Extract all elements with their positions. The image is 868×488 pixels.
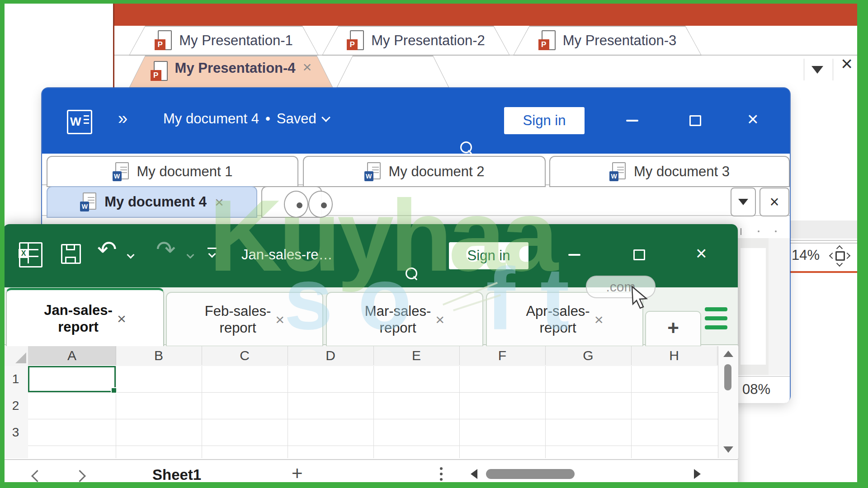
tab-label: Apr-sales-report xyxy=(526,303,590,336)
hamburger-menu-icon[interactable] xyxy=(705,307,727,333)
tab-label: Jan-sales-report xyxy=(44,302,113,335)
column-header-F[interactable]: F xyxy=(459,346,546,365)
powerpoint-close-icon[interactable]: × xyxy=(835,52,858,75)
column-header-H[interactable]: H xyxy=(631,346,717,365)
excel-app-icon: X xyxy=(19,242,42,267)
powerpoint-tab-presentation-3[interactable]: P My Presentation-3 xyxy=(513,26,702,56)
powerpoint-empty-tab-stub xyxy=(336,56,449,88)
search-icon[interactable] xyxy=(460,141,472,153)
fill-handle[interactable] xyxy=(111,387,117,394)
excel-tab-feb-sales-report[interactable]: Feb-sales-report × xyxy=(166,292,323,347)
close-tab-icon[interactable]: × xyxy=(275,313,284,326)
fit-to-window-icon[interactable] xyxy=(829,244,850,266)
excel-titlebar: X ↶ ↷ Jan-sales-re… Sign in × xyxy=(3,224,738,287)
redo-dropdown-icon[interactable] xyxy=(187,251,194,259)
powerpoint-tab-presentation-2[interactable]: P My Presentation-2 xyxy=(322,26,510,56)
column-header-D[interactable]: D xyxy=(288,346,374,365)
scroll-up-icon[interactable] xyxy=(723,351,733,357)
maximize-icon[interactable] xyxy=(689,115,701,126)
column-header-G[interactable]: G xyxy=(545,346,632,365)
word-file-icon: W xyxy=(80,192,96,211)
frame-border-bottom xyxy=(0,482,868,488)
scrollbar-thumb[interactable] xyxy=(724,364,731,390)
sign-in-button[interactable]: Sign in xyxy=(449,242,528,269)
tab-label: Feb-sales-report xyxy=(205,303,271,336)
close-icon[interactable]: × xyxy=(747,110,759,129)
excel-tab-mar-sales-report[interactable]: Mar-sales-report × xyxy=(326,292,483,347)
frame-border-right xyxy=(857,0,868,488)
word-tablist-dropdown-button[interactable] xyxy=(731,188,756,216)
close-tab-icon[interactable]: × xyxy=(117,312,126,325)
column-header-B[interactable]: B xyxy=(116,346,202,365)
save-icon[interactable] xyxy=(61,244,81,264)
powerpoint-accent-line xyxy=(790,271,858,273)
search-icon[interactable] xyxy=(406,267,417,279)
word-empty-tab-stub xyxy=(261,186,322,218)
powerpoint-file-icon: P xyxy=(538,30,556,51)
word-file-icon: W xyxy=(609,162,626,181)
add-sheet-icon[interactable]: + xyxy=(292,463,303,484)
word-vertical-scrollbar[interactable] xyxy=(769,238,790,375)
word-document-title[interactable]: My document 4 • Saved xyxy=(163,111,329,127)
close-tab-icon[interactable]: × xyxy=(215,195,224,209)
word-file-icon: W xyxy=(113,162,129,181)
chevron-down-icon[interactable] xyxy=(321,113,330,122)
quick-access-toolbar-icon[interactable] xyxy=(208,248,217,249)
scroll-left-icon[interactable] xyxy=(471,469,477,479)
more-options-icon[interactable] xyxy=(440,467,443,481)
close-tab-icon[interactable]: × xyxy=(435,313,444,326)
word-titlebar: W » My document 4 • Saved Sign in × xyxy=(42,88,790,154)
excel-window: X ↶ ↷ Jan-sales-re… Sign in × Jan-sales-… xyxy=(3,224,738,488)
horizontal-scrollbar-thumb[interactable] xyxy=(486,469,575,479)
powerpoint-tablist-dropdown-icon[interactable] xyxy=(811,66,823,74)
scroll-right-icon[interactable] xyxy=(694,469,701,479)
row-header-1[interactable]: 1 xyxy=(3,366,29,393)
close-tab-icon[interactable]: × xyxy=(594,313,604,326)
redo-icon[interactable]: ↷ xyxy=(156,236,176,263)
word-file-icon: W xyxy=(364,162,381,181)
spreadsheet-grid[interactable] xyxy=(28,366,718,458)
minimize-icon[interactable] xyxy=(626,120,638,122)
excel-tab-jan-sales-report[interactable]: Jan-sales-report × xyxy=(6,288,164,347)
select-all-corner[interactable] xyxy=(3,346,29,365)
close-tab-icon[interactable]: × xyxy=(303,60,312,74)
column-header-E[interactable]: E xyxy=(373,346,460,365)
previous-sheet-icon[interactable] xyxy=(31,470,43,482)
column-header-C[interactable]: C xyxy=(202,346,288,365)
excel-add-sheet-tab-button[interactable]: + xyxy=(645,311,701,347)
powerpoint-tab-presentation-1[interactable]: P My Presentation-1 xyxy=(129,26,319,56)
powerpoint-tab-presentation-4-active[interactable]: P My Presentation-4 × xyxy=(129,56,333,88)
word-tab-document-4-active[interactable]: W My document 4 × xyxy=(47,186,257,218)
selected-cell-A1[interactable] xyxy=(28,366,116,392)
powerpoint-zoom-level: 14% xyxy=(792,247,820,263)
powerpoint-file-icon: P xyxy=(151,61,168,82)
close-icon[interactable]: × xyxy=(696,244,707,263)
word-tab-document-3[interactable]: W My document 3 xyxy=(549,156,790,187)
powerpoint-file-icon: P xyxy=(155,30,172,51)
word-tab-document-1[interactable]: W My document 1 xyxy=(47,156,298,187)
undo-icon[interactable]: ↶ xyxy=(97,236,117,263)
frame-border-top xyxy=(0,0,868,4)
minimize-icon[interactable] xyxy=(568,254,580,256)
vertical-scrollbar[interactable] xyxy=(718,346,738,458)
toolbar-overflow-icon[interactable]: » xyxy=(118,109,127,128)
maximize-icon[interactable] xyxy=(633,249,645,260)
scroll-down-icon[interactable] xyxy=(723,446,733,453)
undo-dropdown-icon[interactable] xyxy=(127,251,135,259)
sheet-tab-sheet1[interactable]: Sheet1 xyxy=(152,466,201,483)
powerpoint-file-icon: P xyxy=(347,30,364,51)
word-tab-document-2[interactable]: W My document 2 xyxy=(303,156,546,187)
excel-tab-apr-sales-report[interactable]: Apr-sales-report × xyxy=(486,292,643,347)
sign-in-button[interactable]: Sign in xyxy=(504,107,585,134)
divider xyxy=(790,240,858,241)
word-tabs-close-button[interactable]: × xyxy=(760,188,789,216)
document-name: My document 4 xyxy=(163,111,259,127)
tab-label: My Presentation-4 xyxy=(175,60,296,76)
next-sheet-icon[interactable] xyxy=(74,470,86,482)
row-header-2[interactable]: 2 xyxy=(3,392,29,419)
tab-label: My document 1 xyxy=(137,164,233,180)
mouse-cursor xyxy=(631,286,652,309)
column-header-A[interactable]: A xyxy=(28,346,116,365)
quick-access-chevron-icon[interactable] xyxy=(208,250,216,258)
row-header-3[interactable]: 3 xyxy=(3,419,29,446)
